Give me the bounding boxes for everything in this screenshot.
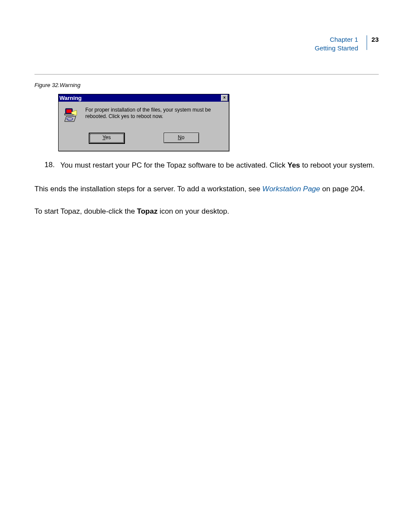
install-ends-paragraph: This ends the installation steps for a s…	[34, 184, 379, 194]
yes-bold: Yes	[287, 161, 300, 169]
topaz-bold: Topaz	[137, 207, 158, 215]
install-icon	[64, 108, 78, 124]
figure-caption: Figure 32.Warning	[34, 82, 81, 88]
dialog-titlebar: Warning ×	[59, 94, 229, 102]
dialog-title: Warning	[59, 95, 82, 101]
step-text-before: You must restart your PC for the Topaz s…	[60, 161, 287, 169]
chapter-label: Chapter 1	[314, 35, 358, 44]
page-number: 23	[371, 35, 379, 44]
workstation-page-link[interactable]: Workstation Page	[262, 185, 320, 193]
horizontal-rule	[34, 74, 379, 75]
para3-after: icon on your desktop.	[158, 207, 229, 215]
start-topaz-paragraph: To start Topaz, double-click the Topaz i…	[34, 207, 379, 217]
yes-button[interactable]: Yes	[89, 133, 125, 144]
warning-dialog: Warning × For proper installation of the…	[58, 94, 229, 151]
para3-before: To start Topaz, double-click the	[34, 207, 137, 215]
step-18: 18. You must restart your PC for the Top…	[34, 160, 379, 171]
section-label: Getting Started	[314, 44, 358, 53]
header-divider	[367, 35, 367, 50]
page-header: Chapter 1 Getting Started 23	[314, 35, 379, 52]
para2-after: on page 204.	[320, 185, 365, 193]
svg-rect-1	[66, 109, 72, 113]
para2-before: This ends the installation steps for a s…	[34, 185, 262, 193]
step-text-after: to reboot your system.	[300, 161, 375, 169]
close-icon[interactable]: ×	[221, 95, 228, 101]
dialog-message: For proper installation of the files, yo…	[85, 107, 221, 120]
step-number: 18.	[34, 160, 59, 170]
no-button[interactable]: No	[164, 133, 199, 143]
